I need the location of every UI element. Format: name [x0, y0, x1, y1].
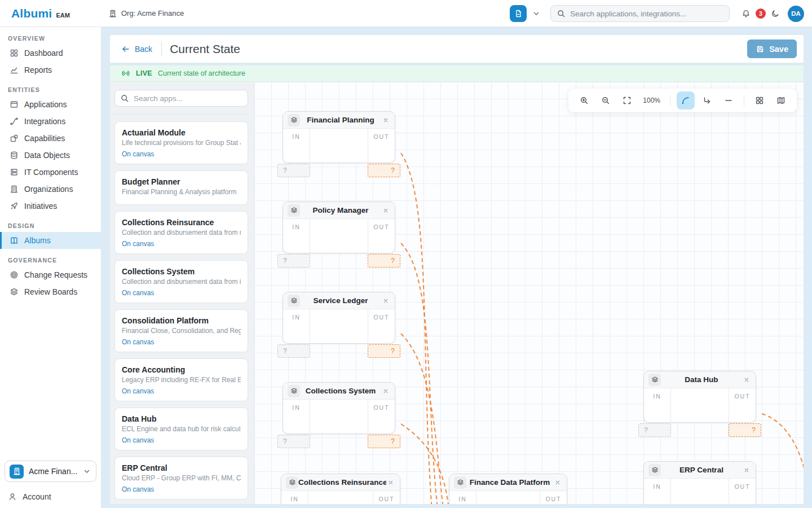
sidebar-item-reports[interactable]: Reports: [0, 62, 101, 78]
save-button[interactable]: Save: [747, 40, 797, 58]
org-switcher[interactable]: Acme Finan...: [5, 461, 96, 482]
in-port-stub[interactable]: ?: [638, 423, 671, 437]
app-card[interactable]: Collections SystemCollection and disburs…: [114, 260, 248, 303]
on-canvas-badge[interactable]: On canvas: [122, 338, 241, 347]
app-card[interactable]: Collections ReinsuranceCollection and di…: [114, 211, 248, 254]
node-header[interactable]: Service Ledger: [283, 292, 395, 309]
close-icon[interactable]: [553, 478, 562, 487]
close-icon[interactable]: [386, 478, 395, 487]
out-port-stub[interactable]: ?: [368, 164, 400, 177]
connection-edge[interactable]: [401, 243, 439, 504]
back-button[interactable]: Back: [118, 42, 156, 56]
app-switcher-button[interactable]: [510, 5, 527, 22]
node-header[interactable]: ERP Central: [644, 462, 756, 479]
node-header[interactable]: Policy Manager: [283, 202, 395, 219]
node-header[interactable]: Financial Planning: [283, 112, 395, 129]
chevron-down-icon[interactable]: [532, 9, 541, 18]
on-canvas-badge[interactable]: On canvas: [122, 240, 241, 248]
apps-panel[interactable]: Actuarial ModuleLife technical provision…: [110, 82, 254, 504]
out-port-stub[interactable]: ?: [368, 435, 400, 448]
app-card-description: Legacy ERP including RE-FX for Real Esta…: [122, 376, 241, 384]
sidebar-item-it-components[interactable]: IT Components: [0, 164, 101, 181]
zoom-out-button[interactable]: [597, 91, 615, 110]
connection-edge[interactable]: [401, 334, 444, 504]
sidebar-item-account[interactable]: Account: [8, 492, 51, 501]
canvas-node-erp-central[interactable]: ERP CentralINOUT??: [643, 461, 756, 504]
dark-mode-moon-icon[interactable]: [771, 9, 780, 18]
step-edge-button[interactable]: [698, 91, 716, 110]
sidebar-item-change-requests[interactable]: Change Requests: [0, 266, 101, 283]
in-port-stub[interactable]: ?: [277, 164, 310, 177]
on-canvas-badge[interactable]: On canvas: [122, 387, 241, 396]
org-breadcrumb: Org: Acme Finance: [108, 9, 184, 18]
on-canvas-badge[interactable]: On canvas: [122, 289, 241, 297]
sidebar-item-initiatives[interactable]: Initiatives: [0, 198, 101, 214]
node-header[interactable]: Finance Data Platform: [449, 474, 567, 491]
sidebar-item-dashboard[interactable]: Dashboard: [0, 45, 101, 62]
fit-view-button[interactable]: [618, 91, 636, 110]
in-port-stub[interactable]: ?: [277, 435, 310, 448]
close-icon[interactable]: [381, 116, 390, 125]
node-header[interactable]: Data Hub: [644, 371, 756, 388]
straight-edge-button[interactable]: [720, 91, 738, 110]
close-icon[interactable]: [381, 206, 390, 215]
node-header[interactable]: Collections Reinsurance: [281, 474, 400, 491]
app-card[interactable]: Consolidation PlatformFinancial Close, C…: [114, 309, 248, 352]
connection-edge[interactable]: [762, 414, 804, 478]
app-card[interactable]: Budget PlannerFinancial Planning & Analy…: [114, 170, 248, 205]
port-column-in: IN: [644, 388, 671, 422]
sidebar-item-organizations[interactable]: Organizations: [0, 181, 101, 198]
zoom-in-button[interactable]: [575, 91, 593, 110]
canvas-node-policy-manager[interactable]: Policy ManagerINOUT??: [283, 202, 395, 253]
connection-edge[interactable]: [401, 424, 449, 504]
sidebar-item-integrations[interactable]: Integrations: [0, 113, 101, 130]
curve-edge-button[interactable]: [677, 91, 695, 110]
toolbar-divider: [744, 95, 744, 106]
canvas-node-collections-reinsurance[interactable]: Collections ReinsuranceINOUT??: [281, 474, 400, 504]
app-card[interactable]: Core AccountingLegacy ERP including RE-F…: [114, 358, 248, 401]
port-column-in: IN: [283, 400, 310, 433]
out-port-stub[interactable]: ?: [368, 254, 400, 268]
connection-edge[interactable]: [401, 153, 433, 504]
app-card[interactable]: Actuarial ModuleLife technical provision…: [114, 121, 248, 164]
close-icon[interactable]: [742, 466, 751, 475]
sidebar-item-label: Applications: [24, 100, 67, 109]
global-search[interactable]: [550, 5, 730, 22]
sidebar-item-data-objects[interactable]: Data Objects: [0, 147, 101, 164]
node-body: INOUT??: [644, 479, 756, 504]
out-port-stub[interactable]: ?: [368, 344, 400, 358]
on-canvas-badge[interactable]: On canvas: [122, 485, 241, 494]
sidebar-item-review-boards[interactable]: Review Boards: [0, 283, 101, 300]
diagram-canvas[interactable]: Financial PlanningINOUT??Policy ManagerI…: [254, 82, 804, 504]
canvas-node-collections-system[interactable]: Collections SystemINOUT??: [283, 382, 395, 434]
back-label: Back: [135, 45, 152, 54]
on-canvas-badge[interactable]: On canvas: [122, 436, 241, 445]
close-icon[interactable]: [742, 375, 751, 384]
close-icon[interactable]: [381, 387, 390, 396]
user-avatar[interactable]: DA: [788, 6, 804, 22]
out-port-stub[interactable]: ?: [729, 423, 761, 437]
in-port-stub[interactable]: ?: [277, 254, 310, 268]
canvas-node-service-ledger[interactable]: Service LedgerINOUT??: [283, 292, 395, 344]
sidebar-item-applications[interactable]: Applications: [0, 96, 101, 113]
on-canvas-badge[interactable]: On canvas: [122, 150, 241, 159]
apps-search[interactable]: [114, 90, 248, 107]
node-header[interactable]: Collections System: [283, 383, 395, 400]
minimap-button[interactable]: [772, 91, 790, 110]
apps-search-input[interactable]: [134, 94, 242, 103]
bell-icon[interactable]: [742, 9, 751, 18]
sidebar-item-capabilities[interactable]: Capabilities: [0, 130, 101, 147]
sidebar-section-label: OVERVIEW: [0, 27, 101, 45]
sidebar-item-albums[interactable]: Albums: [0, 232, 101, 249]
organizations-icon: [10, 185, 19, 194]
canvas-node-data-hub[interactable]: Data HubINOUT??: [643, 371, 756, 423]
in-port-stub[interactable]: ?: [277, 344, 310, 358]
layout-grid-button[interactable]: [751, 91, 769, 110]
page-header: Back Current State Save: [110, 35, 804, 63]
app-card[interactable]: ERP CentralCloud ERP - Group ERP with FI…: [114, 457, 248, 500]
canvas-node-finance-data-platform[interactable]: Finance Data PlatformINOUT??: [449, 474, 567, 504]
close-icon[interactable]: [381, 296, 390, 305]
global-search-input[interactable]: [570, 10, 723, 18]
app-card[interactable]: Data HubECL Engine and data hub for risk…: [114, 408, 248, 450]
canvas-node-financial-planning[interactable]: Financial PlanningINOUT??: [283, 111, 395, 163]
